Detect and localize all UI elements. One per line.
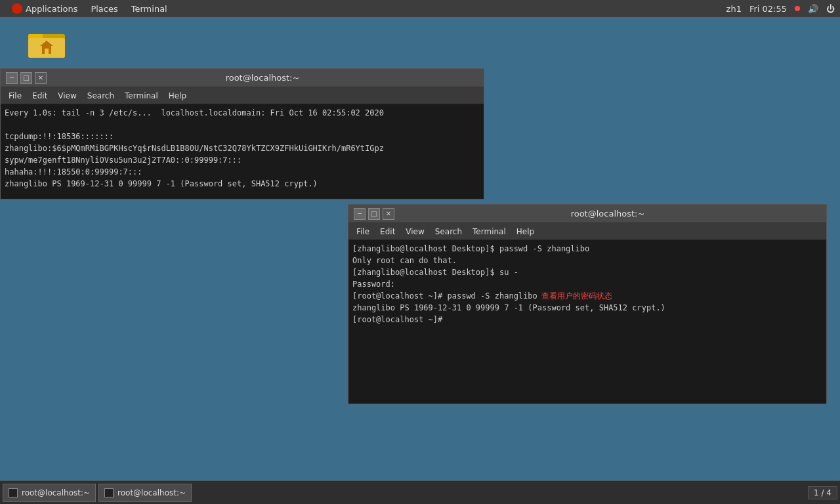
terminal2-annotation: 查看用户的密码状态 [541,290,612,302]
taskbar-items: root@localhost:~ root@localhost:~ [3,484,192,502]
terminal-label: Terminal [131,4,167,14]
volume-icon[interactable]: 🔊 [808,4,818,14]
maximize-button-2[interactable]: □ [368,208,380,220]
status-dot-icon [795,6,800,11]
terminal2-line5-prompt: [root@localhost ~]# passwd -S zhanglibo [352,290,537,302]
terminal2-help-menu[interactable]: Help [511,226,539,238]
taskbar-item-2-icon [104,488,114,497]
terminal1-title: root@localhost:~ [47,73,478,83]
terminal2-line4: Password: [352,278,822,290]
terminal-window-1: ─ □ ✕ root@localhost:~ File Edit View Se… [0,68,484,200]
maximize-button-1[interactable]: □ [20,72,32,84]
terminal-window-2: ─ □ ✕ root@localhost:~ File Edit View Se… [348,204,827,404]
terminal2-edit-menu[interactable]: Edit [375,226,400,238]
terminal2-search-menu[interactable]: Search [430,226,467,238]
taskbar-pager[interactable]: 1 / 4 [808,486,837,499]
desktop: ─ □ ✕ root@localhost:~ File Edit View Se… [0,17,840,480]
close-button-2[interactable]: ✕ [383,208,394,220]
terminal2-controls[interactable]: ─ □ ✕ [354,208,394,220]
terminal1-view-menu[interactable]: View [52,90,81,102]
taskbar-item-1-icon [9,488,18,497]
terminal1-file-menu[interactable]: File [3,90,27,102]
taskbar: root@localhost:~ root@localhost:~ 1 / 4 [0,480,840,504]
terminal2-line7: [root@localhost ~]# [352,314,822,326]
places-menu[interactable]: Places [84,3,124,15]
applications-label: Applications [26,4,77,14]
minimize-button-1[interactable]: ─ [6,72,18,84]
power-icon[interactable]: ⏻ [826,4,835,14]
terminal2-line1: [zhanglibo@localhost Desktop]$ passwd -S… [352,243,822,255]
terminal1-terminal-menu[interactable]: Terminal [119,90,163,102]
top-menubar: Applications Places Terminal zh1 Fri 02:… [0,0,840,17]
close-button-1[interactable]: ✕ [35,72,47,84]
terminal2-terminal-menu[interactable]: Terminal [467,226,511,238]
terminal1-content[interactable]: Every 1.0s: tail -n 3 /etc/s... localhos… [1,104,484,192]
taskbar-item-1[interactable]: root@localhost:~ [3,484,96,502]
places-label: Places [91,4,117,14]
terminal2-title: root@localhost:~ [394,209,821,219]
terminal2-line3: [zhanglibo@localhost Desktop]$ su - [352,266,822,278]
terminal1-edit-menu[interactable]: Edit [27,90,52,102]
terminal1-search-menu[interactable]: Search [82,90,119,102]
terminal1-menubar: File Edit View Search Terminal Help [1,87,484,104]
terminal2-menubar: File Edit View Search Terminal Help [348,223,826,240]
home-folder-icon[interactable] [24,29,70,60]
terminal1-titlebar[interactable]: ─ □ ✕ root@localhost:~ [1,69,484,87]
terminal2-content[interactable]: [zhanglibo@localhost Desktop]$ passwd -S… [348,240,826,328]
taskbar-item-2-label: root@localhost:~ [117,488,186,497]
top-bar-right: zh1 Fri 02:55 🔊 ⏻ [726,4,835,14]
taskbar-item-1-label: root@localhost:~ [22,488,90,497]
top-bar-left: Applications Places Terminal [5,2,174,15]
terminal-menu[interactable]: Terminal [125,3,174,15]
taskbar-item-2[interactable]: root@localhost:~ [98,484,192,502]
terminal1-controls[interactable]: ─ □ ✕ [6,72,47,84]
minimize-button-2[interactable]: ─ [354,208,366,220]
terminal2-line5-container: [root@localhost ~]# passwd -S zhanglibo … [352,290,822,302]
applications-menu[interactable]: Applications [5,2,84,15]
username-display: zh1 [726,4,742,14]
terminal2-line6: zhanglibo PS 1969-12-31 0 99999 7 -1 (Pa… [352,302,822,314]
terminal2-file-menu[interactable]: File [351,226,375,238]
fedora-icon [12,3,22,14]
terminal2-view-menu[interactable]: View [400,226,429,238]
svg-rect-5 [45,49,49,54]
datetime-display: Fri 02:55 [749,4,787,14]
folder-graphic [28,29,65,59]
terminal1-help-menu[interactable]: Help [163,90,192,102]
terminal2-line2: Only root can do that. [352,255,822,266]
terminal2-titlebar[interactable]: ─ □ ✕ root@localhost:~ [348,205,826,223]
